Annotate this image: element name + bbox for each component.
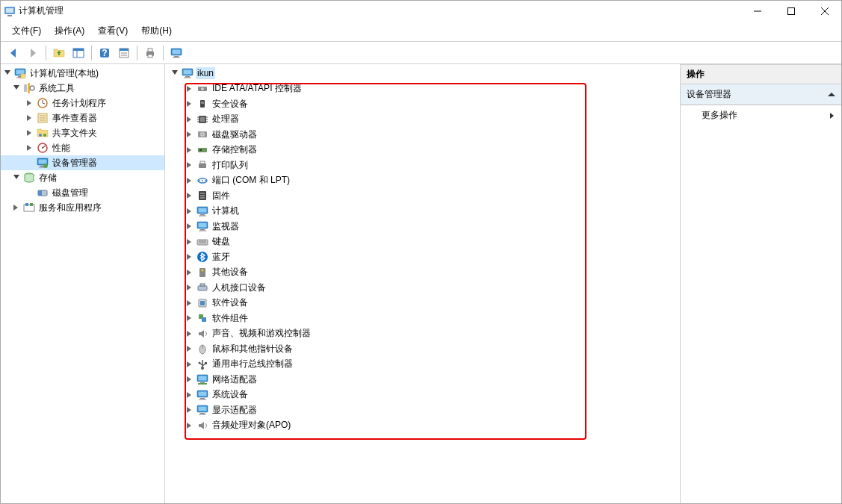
device-category-label: 计算机 [211, 204, 241, 218]
expand-icon[interactable] [185, 99, 195, 109]
device-category-processor[interactable]: 处理器 [165, 112, 680, 128]
show-hide-tree-button[interactable] [69, 44, 87, 62]
device-category-hid[interactable]: 人机接口设备 [165, 280, 680, 296]
expand-icon[interactable] [185, 282, 195, 293]
expand-icon[interactable] [185, 190, 195, 201]
collapse-icon[interactable] [11, 83, 22, 93]
device-category-apo[interactable]: 音频处理对象(APO) [165, 418, 680, 434]
tree-system-tools[interactable]: 系统工具 [1, 81, 164, 96]
expand-icon[interactable] [25, 98, 35, 108]
expand-icon[interactable] [25, 128, 35, 138]
expand-icon[interactable] [185, 390, 195, 400]
device-category-network[interactable]: 网络适配器 [165, 372, 680, 388]
security-icon [196, 98, 208, 110]
device-category-ports[interactable]: 端口 (COM 和 LPT) [165, 173, 680, 189]
expand-icon[interactable] [185, 252, 195, 262]
expand-icon[interactable] [185, 343, 195, 354]
tree-label: 设备管理器 [51, 156, 99, 170]
expand-icon[interactable] [185, 420, 195, 431]
expand-icon[interactable] [185, 129, 195, 140]
help-button[interactable]: ? [96, 44, 114, 62]
device-category-system-devices[interactable]: 系统设备 [165, 388, 680, 403]
svg-point-79 [201, 269, 203, 271]
scan-hardware-button[interactable] [167, 44, 185, 62]
minimize-button[interactable] [740, 1, 774, 21]
tree-storage[interactable]: 存储 [1, 170, 164, 185]
expand-icon[interactable] [185, 298, 195, 308]
expand-icon[interactable] [185, 237, 195, 247]
device-category-other[interactable]: 其他设备 [165, 265, 680, 281]
device-category-software-components[interactable]: 软件组件 [165, 311, 680, 326]
expand-icon[interactable] [185, 175, 195, 186]
expand-icon[interactable] [185, 374, 195, 385]
expand-icon[interactable] [185, 405, 195, 415]
print-button[interactable] [141, 44, 159, 62]
expand-icon[interactable] [185, 221, 195, 231]
expand-icon[interactable] [185, 145, 195, 155]
device-category-bluetooth[interactable]: 蓝牙 [165, 249, 680, 265]
device-category-computer[interactable]: 计算机 [165, 204, 680, 220]
device-category-label: 系统设备 [211, 388, 250, 402]
back-button[interactable] [4, 44, 22, 62]
tree-root[interactable]: 计算机管理(本地) [1, 66, 164, 81]
device-category-print-queue[interactable]: 打印队列 [165, 158, 680, 173]
up-level-button[interactable] [50, 44, 68, 62]
expand-icon[interactable] [185, 84, 195, 94]
menu-file[interactable]: 文件(F) [5, 22, 48, 40]
device-category-storage-ctrl[interactable]: 存储控制器 [165, 143, 680, 158]
svg-rect-54 [30, 203, 33, 206]
expand-icon[interactable] [185, 329, 195, 339]
menu-help[interactable]: 帮助(H) [134, 22, 179, 40]
device-category-mouse[interactable]: 鼠标和其他指针设备 [165, 341, 680, 357]
shared-folders-icon [36, 127, 49, 139]
tree-task-scheduler[interactable]: 任务计划程序 [1, 96, 164, 111]
device-category-firmware[interactable]: 固件 [165, 188, 680, 204]
forward-button[interactable] [24, 44, 42, 62]
collapse-icon[interactable] [11, 172, 22, 183]
menu-bar: 文件(F) 操作(A) 查看(V) 帮助(H) [1, 21, 841, 42]
tree-label: 事件查看器 [51, 111, 99, 125]
device-category-ide[interactable]: IDE ATA/ATAPI 控制器 [165, 81, 680, 97]
maximize-button[interactable] [774, 1, 808, 21]
svg-rect-25 [120, 49, 129, 51]
collapse-icon[interactable] [170, 68, 180, 78]
more-actions-item[interactable]: 更多操作 [681, 105, 841, 125]
tree-event-viewer[interactable]: 事件查看器 [1, 111, 164, 125]
device-category-display[interactable]: 显示适配器 [165, 402, 680, 418]
tree-shared-folders[interactable]: 共享文件夹 [1, 125, 164, 140]
expand-icon[interactable] [11, 202, 22, 213]
expand-icon[interactable] [185, 267, 195, 278]
device-category-sound[interactable]: 声音、视频和游戏控制器 [165, 326, 680, 342]
device-category-software-devices[interactable]: 软件设备 [165, 296, 680, 311]
tree-services-apps[interactable]: 服务和应用程序 [1, 200, 164, 215]
tree-disk-management[interactable]: 磁盘管理 [1, 185, 164, 200]
hid-icon [196, 281, 208, 293]
close-button[interactable] [808, 1, 841, 21]
toolbar-separator [46, 46, 46, 60]
svg-rect-13 [6, 8, 13, 13]
device-category-disk-drive[interactable]: 磁盘驱动器 [165, 127, 680, 143]
actions-section-header[interactable]: 设备管理器 [681, 84, 841, 105]
actions-header: 操作 [681, 64, 841, 84]
device-category-keyboard[interactable]: 键盘 [165, 234, 680, 250]
tree-label: 磁盘管理 [51, 186, 90, 200]
device-category-security[interactable]: 安全设备 [165, 96, 680, 112]
expand-icon[interactable] [25, 143, 35, 153]
toolbar: ? [1, 42, 841, 64]
device-category-monitor[interactable]: 监视器 [165, 219, 680, 234]
expand-icon[interactable] [185, 313, 195, 323]
collapse-icon[interactable] [2, 68, 13, 78]
tree-device-manager[interactable]: 设备管理器 [1, 155, 164, 170]
expand-icon[interactable] [185, 114, 195, 125]
expand-icon[interactable] [185, 206, 195, 217]
properties-button[interactable] [115, 44, 133, 62]
device-root[interactable]: ikun [165, 66, 680, 81]
tree-performance[interactable]: 性能 [1, 140, 164, 155]
expand-icon[interactable] [185, 359, 195, 370]
menu-view[interactable]: 查看(V) [91, 22, 134, 40]
expand-icon[interactable] [25, 113, 35, 123]
device-category-label: 蓝牙 [211, 250, 232, 264]
menu-action[interactable]: 操作(A) [48, 22, 91, 40]
expand-icon[interactable] [185, 160, 195, 170]
device-category-usb[interactable]: 通用串行总线控制器 [165, 357, 680, 373]
